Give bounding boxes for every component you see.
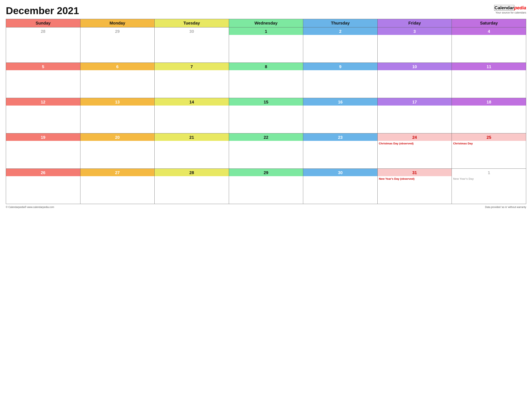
day-number: 29 <box>80 27 155 35</box>
brand-calendar: Calendar <box>494 5 514 11</box>
day-cell-25-week4: 25Christmas Day <box>452 133 526 169</box>
header-wednesday: Wednesday <box>229 19 303 27</box>
day-number: 20 <box>80 133 155 141</box>
brand-name: Calendarpedia <box>494 5 526 11</box>
day-cell-10-week2: 10 <box>377 63 452 98</box>
day-cell-29-week5: 29 <box>229 169 303 204</box>
day-number: 8 <box>229 63 303 70</box>
day-number: 18 <box>452 98 526 106</box>
day-cell-28-week1: 28 <box>6 27 80 63</box>
day-number: 30 <box>303 169 377 176</box>
day-number: 5 <box>6 63 80 70</box>
day-cell-24-week4: 24Christmas Day (observed) <box>377 133 452 169</box>
day-cell-7-week2: 7 <box>155 63 229 98</box>
day-cell-20-week4: 20 <box>80 133 155 169</box>
day-cell-5-week2: 5 <box>6 63 80 98</box>
day-cell-3-week1: 3 <box>377 27 452 63</box>
day-number: 28 <box>155 169 229 176</box>
day-number: 6 <box>80 63 155 70</box>
day-cell-9-week2: 9 <box>303 63 378 98</box>
holiday-label: Christmas Day <box>453 142 525 145</box>
header-friday: Friday <box>377 19 452 27</box>
footer-left: © Calendarpedia® www.calendarpedia.com <box>6 206 54 209</box>
day-cell-16-week3: 16 <box>303 98 378 133</box>
brand-logo: Calendarpedia Your source for calendars <box>494 5 526 14</box>
day-number: 23 <box>303 133 377 141</box>
brand-subtitle: Your source for calendars <box>494 11 526 15</box>
day-number: 17 <box>378 98 452 106</box>
header-tuesday: Tuesday <box>155 19 229 27</box>
day-number: 16 <box>303 98 377 106</box>
header-saturday: Saturday <box>452 19 526 27</box>
day-number: 27 <box>80 169 155 176</box>
header-sunday: Sunday <box>6 19 80 27</box>
day-cell-17-week3: 17 <box>377 98 452 133</box>
day-number: 19 <box>6 133 80 141</box>
calendar-week-4: 192021222324Christmas Day (observed)25Ch… <box>6 133 526 169</box>
calendar-week-2: 567891011 <box>6 63 526 98</box>
day-cell-8-week2: 8 <box>229 63 303 98</box>
page-footer: © Calendarpedia® www.calendarpedia.com D… <box>6 206 526 209</box>
day-number: 1 <box>452 169 526 176</box>
day-content: New Year's Day (observed) <box>378 176 452 182</box>
day-number: 24 <box>378 133 452 141</box>
day-cell-22-week4: 22 <box>229 133 303 169</box>
day-cell-27-week5: 27 <box>80 169 155 204</box>
day-cell-19-week4: 19 <box>6 133 80 169</box>
day-number: 28 <box>6 27 80 35</box>
day-cell-28-week5: 28 <box>155 169 229 204</box>
day-content: New Year's Day <box>452 176 526 182</box>
day-number: 9 <box>303 63 377 70</box>
day-cell-11-week2: 11 <box>452 63 526 98</box>
holiday-label: New Year's Day (observed) <box>379 177 451 181</box>
day-number: 30 <box>155 27 229 35</box>
day-cell-13-week3: 13 <box>80 98 155 133</box>
day-number: 29 <box>229 169 303 176</box>
day-cell-4-week1: 4 <box>452 27 526 63</box>
day-cell-18-week3: 18 <box>452 98 526 133</box>
weekday-header-row: Sunday Monday Tuesday Wednesday Thursday… <box>6 19 526 27</box>
day-number: 13 <box>80 98 155 106</box>
calendar-week-3: 12131415161718 <box>6 98 526 133</box>
day-content: Christmas Day (observed) <box>378 141 452 146</box>
day-number: 12 <box>6 98 80 106</box>
day-cell-12-week3: 12 <box>6 98 80 133</box>
day-number: 10 <box>378 63 452 70</box>
holiday-label: New Year's Day <box>453 177 525 181</box>
day-number: 7 <box>155 63 229 70</box>
calendar-week-1: 2829301234 <box>6 27 526 63</box>
day-cell-2-week1: 2 <box>303 27 378 63</box>
day-cell-23-week4: 23 <box>303 133 378 169</box>
month-title: December 2021 <box>6 5 79 16</box>
day-content: Christmas Day <box>452 141 526 146</box>
day-cell-21-week4: 21 <box>155 133 229 169</box>
holiday-label: Christmas Day (observed) <box>379 142 451 145</box>
day-cell-6-week2: 6 <box>80 63 155 98</box>
calendar-week-5: 262728293031New Year's Day (observed)1Ne… <box>6 169 526 204</box>
footer-right: Data provided 'as is' without warranty <box>485 206 526 209</box>
day-number: 11 <box>452 63 526 70</box>
day-number: 15 <box>229 98 303 106</box>
day-number: 26 <box>6 169 80 176</box>
day-cell-30-week5: 30 <box>303 169 378 204</box>
day-cell-29-week1: 29 <box>80 27 155 63</box>
brand-pedia: pedia <box>514 5 526 10</box>
day-cell-14-week3: 14 <box>155 98 229 133</box>
day-number: 2 <box>303 27 377 35</box>
day-cell-30-week1: 30 <box>155 27 229 63</box>
day-number: 14 <box>155 98 229 106</box>
page-header: December 2021 Calendarpedia Your source … <box>6 5 526 16</box>
day-number: 22 <box>229 133 303 141</box>
day-cell-15-week3: 15 <box>229 98 303 133</box>
day-number: 4 <box>452 27 526 35</box>
day-cell-31-week5: 31New Year's Day (observed) <box>377 169 452 204</box>
day-cell-26-week5: 26 <box>6 169 80 204</box>
day-number: 3 <box>378 27 452 35</box>
header-thursday: Thursday <box>303 19 378 27</box>
day-cell-1-week5: 1New Year's Day <box>452 169 526 204</box>
day-number: 25 <box>452 133 526 141</box>
header-monday: Monday <box>80 19 155 27</box>
calendar-table: Sunday Monday Tuesday Wednesday Thursday… <box>6 19 526 204</box>
day-cell-1-week1: 1 <box>229 27 303 63</box>
day-number: 1 <box>229 27 303 35</box>
